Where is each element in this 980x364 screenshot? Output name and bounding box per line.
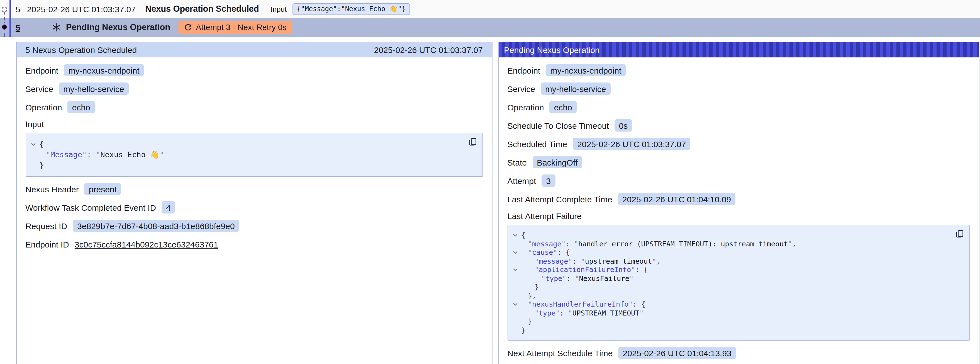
event-id-link[interactable]: 5: [16, 22, 20, 32]
copy-icon[interactable]: [955, 230, 964, 238]
field-label: Next Attempt Schedule Time: [507, 348, 613, 358]
json-line: }: [512, 317, 945, 326]
field-input: Input{"Message": "Nexus Echo 👋"}: [25, 119, 483, 177]
field-attempt: Attempt3: [507, 174, 970, 187]
event-detail-panels: 5 Nexus Operation Scheduled 2025-02-26 U…: [0, 42, 980, 364]
pending-asterisk-icon: [52, 23, 61, 32]
json-line: "nexusHandlerFailureInfo": {: [512, 300, 945, 308]
field-value-badge: echo: [550, 101, 577, 113]
field-label: Schedule To Close Timeout: [507, 121, 609, 130]
event-name: Nexus Operation Scheduled: [145, 4, 259, 14]
field-value-badge: present: [84, 183, 121, 195]
field-workflow-task-completed-event-id: Workflow Task Completed Event ID4: [25, 201, 483, 214]
retry-attempt-badge: Attempt 3 · Next Retry 0s: [178, 21, 292, 34]
field-endpoint-id: Endpoint ID3c0c75ccfa8144b092c13ce632463…: [25, 238, 483, 250]
field-label: Attempt: [507, 176, 536, 185]
json-viewer-input: {"Message": "Nexus Echo 👋"}: [25, 133, 483, 177]
event-timestamp: 2025-02-26 UTC 01:03:37.07: [27, 4, 136, 14]
field-label: Service: [25, 84, 53, 93]
field-scheduled-time: Scheduled Time2025-02-26 UTC 01:03:37.07: [507, 138, 970, 150]
json-line: "message": "handler error (UPSTREAM_TIME…: [512, 239, 945, 248]
workflow-event-history-view: 5 2025-02-26 UTC 01:03:37.07 Nexus Opera…: [0, 0, 980, 364]
field-endpoint: Endpointmy-nexus-endpoint: [507, 64, 970, 77]
field-value-badge: my-nexus-endpoint: [64, 64, 144, 77]
copy-icon[interactable]: [468, 138, 477, 146]
field-label: Nexus Header: [25, 184, 79, 194]
field-operation: Operationecho: [25, 101, 483, 113]
event-row-nexus-operation-scheduled[interactable]: 5 2025-02-26 UTC 01:03:37.07 Nexus Opera…: [0, 0, 980, 18]
field-value-link[interactable]: 3c0c75ccfa8144b092c13ce632463761: [75, 239, 218, 249]
field-label: Workflow Task Completed Event ID: [25, 203, 156, 212]
field-label: Last Attempt Complete Time: [507, 194, 612, 204]
scheduled-panel-title: 5 Nexus Operation Scheduled: [25, 45, 137, 54]
field-label: Input: [25, 119, 477, 129]
field-value-badge: 3: [541, 174, 555, 187]
timeline-node-current-icon: [2, 25, 7, 30]
json-line: {: [512, 231, 945, 239]
scheduled-panel-timestamp: 2025-02-26 UTC 01:03:37.07: [374, 45, 483, 54]
field-service: Servicemy-hello-service: [25, 83, 483, 95]
field-schedule-to-close-timeout: Schedule To Close Timeout0s: [507, 119, 970, 132]
field-last-attempt-complete-time: Last Attempt Complete Time2025-02-26 UTC…: [507, 193, 970, 205]
field-label: Operation: [25, 102, 62, 112]
field-value-badge: 4: [162, 201, 175, 214]
pending-panel-title: Pending Nexus Operation: [504, 45, 600, 54]
field-label: Request ID: [25, 221, 67, 230]
field-endpoint: Endpointmy-nexus-endpoint: [25, 64, 483, 77]
field-last-attempt-failure: Last Attempt Failure{"message": "handler…: [507, 211, 970, 341]
json-line: "type": "NexusFailure": [512, 274, 945, 283]
json-line: "Message": "Nexus Echo 👋": [30, 149, 458, 160]
json-line: }: [512, 326, 945, 334]
timeline-dashed-connector: [4, 11, 5, 37]
field-label: Endpoint ID: [25, 239, 69, 249]
field-operation: Operationecho: [507, 101, 970, 113]
scheduled-panel-body: Endpointmy-nexus-endpointServicemy-hello…: [16, 57, 492, 265]
field-label: Endpoint: [25, 65, 58, 75]
retry-icon: [184, 23, 192, 32]
field-value-badge: 3e829b7e-7d67-4b08-aad3-b1e868bfe9e0: [73, 220, 239, 232]
field-value-badge: echo: [68, 101, 95, 113]
json-viewer-last-attempt-failure: {"message": "handler error (UPSTREAM_TIM…: [507, 225, 970, 341]
event-input-preview-badge[interactable]: {"Message":"Nexus Echo 👋"}: [292, 3, 410, 15]
field-next-attempt-schedule-time: Next Attempt Schedule Time2025-02-26 UTC…: [507, 347, 970, 359]
pending-panel-body: Endpointmy-nexus-endpointServicemy-hello…: [498, 57, 978, 364]
field-label: Endpoint: [507, 65, 540, 75]
field-value-badge: 2025-02-26 UTC 01:04:10.09: [618, 193, 735, 205]
field-value-badge: 2025-02-26 UTC 01:04:13.93: [619, 347, 736, 359]
json-line: }: [512, 283, 945, 291]
field-value-badge: my-nexus-endpoint: [546, 64, 626, 77]
field-value-badge: my-hello-service: [59, 83, 129, 95]
event-id-link[interactable]: 5: [16, 4, 20, 14]
scheduled-panel-header: 5 Nexus Operation Scheduled 2025-02-26 U…: [16, 42, 492, 57]
timeline-node-open-icon: [2, 7, 7, 12]
json-line: }: [30, 160, 458, 171]
collapse-chevron-icon[interactable]: [512, 248, 521, 257]
field-state: StateBackingOff: [507, 156, 970, 168]
field-nexus-header: Nexus Headerpresent: [25, 183, 483, 195]
json-line: "applicationFailureInfo": {: [512, 265, 945, 274]
field-label: Service: [507, 84, 535, 93]
event-row-pending-nexus-operation[interactable]: 5 Pending Nexus Operation Attempt 3 · Ne…: [0, 18, 980, 37]
event-name: Pending Nexus Operation: [66, 22, 170, 32]
timeline-accent-bar: [9, 0, 11, 37]
field-label: Scheduled Time: [507, 139, 567, 148]
collapse-chevron-icon[interactable]: [512, 231, 521, 239]
field-request-id: Request ID3e829b7e-7d67-4b08-aad3-b1e868…: [25, 220, 483, 232]
collapse-chevron-icon[interactable]: [512, 265, 521, 274]
collapse-chevron-icon[interactable]: [30, 139, 39, 149]
scheduled-event-detail-panel: 5 Nexus Operation Scheduled 2025-02-26 U…: [16, 42, 492, 364]
field-value-badge: BackingOff: [532, 156, 582, 168]
field-label: State: [507, 158, 527, 167]
field-label: Operation: [507, 102, 544, 112]
field-value-badge: my-hello-service: [541, 83, 610, 95]
json-line: "cause": {: [512, 248, 945, 257]
json-line: },: [512, 291, 945, 300]
json-line: "message": "upstream timeout",: [512, 257, 945, 265]
field-value-badge: 2025-02-26 UTC 01:03:37.07: [573, 138, 690, 150]
field-service: Servicemy-hello-service: [507, 83, 970, 95]
pending-panel-header: Pending Nexus Operation: [498, 42, 978, 57]
json-line: "type": "UPSTREAM_TIMEOUT": [512, 308, 945, 317]
retry-attempt-text: Attempt 3 · Next Retry 0s: [196, 23, 286, 32]
event-input-label: Input: [270, 5, 286, 13]
collapse-chevron-icon[interactable]: [512, 300, 521, 308]
